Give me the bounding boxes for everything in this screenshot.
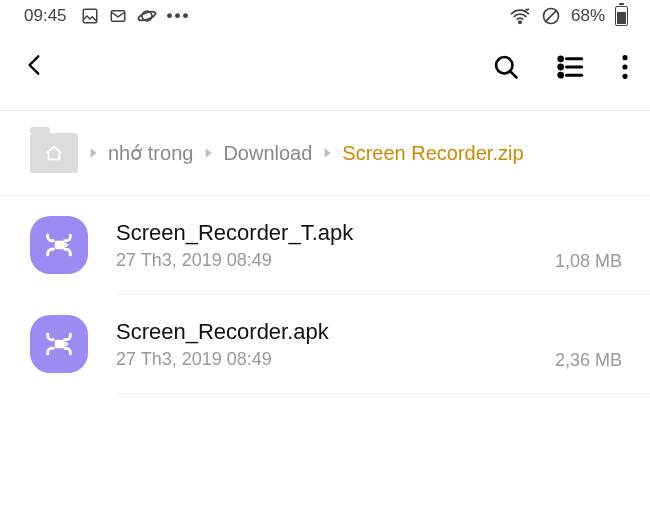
image-icon <box>81 7 99 25</box>
battery-percent: 68% <box>571 6 605 26</box>
svg-marker-19 <box>206 148 212 157</box>
app-bar <box>0 30 650 110</box>
breadcrumb: nhớ trong Download Screen Recorder.zip <box>0 111 650 196</box>
svg-point-3 <box>137 10 157 23</box>
chevron-right-icon <box>86 146 100 160</box>
svg-marker-24 <box>65 341 69 347</box>
file-list: Screen_Recorder_T.apk 27 Th3, 2019 08:49… <box>0 196 650 394</box>
apk-video-icon <box>30 315 88 373</box>
planet-icon <box>137 6 157 26</box>
svg-point-16 <box>622 64 627 69</box>
more-notifications-icon: ••• <box>167 6 191 26</box>
home-folder-icon[interactable] <box>30 133 78 173</box>
file-meta: 27 Th3, 2019 08:49 <box>116 349 543 370</box>
file-name: Screen_Recorder_T.apk <box>116 220 543 246</box>
file-row[interactable]: Screen_Recorder_T.apk 27 Th3, 2019 08:49… <box>0 196 650 294</box>
svg-rect-0 <box>83 9 97 23</box>
mail-icon <box>109 7 127 25</box>
breadcrumb-seg-current[interactable]: Screen Recorder.zip <box>342 142 523 165</box>
svg-point-4 <box>519 21 521 23</box>
file-meta: 27 Th3, 2019 08:49 <box>116 250 543 271</box>
svg-rect-23 <box>55 340 65 349</box>
svg-point-12 <box>559 57 563 61</box>
chevron-right-icon <box>320 146 334 160</box>
svg-rect-21 <box>55 241 65 250</box>
chevron-right-icon <box>201 146 215 160</box>
battery-icon <box>615 6 628 26</box>
breadcrumb-seg-1[interactable]: nhớ trong <box>108 141 193 165</box>
svg-point-14 <box>559 73 563 77</box>
wifi-icon <box>509 7 531 25</box>
file-row[interactable]: Screen_Recorder.apk 27 Th3, 2019 08:49 2… <box>0 295 650 393</box>
file-size: 1,08 MB <box>555 251 622 274</box>
file-size: 2,36 MB <box>555 350 622 373</box>
svg-line-6 <box>545 10 557 22</box>
file-name: Screen_Recorder.apk <box>116 319 543 345</box>
view-list-button[interactable] <box>556 53 584 81</box>
status-bar: 09:45 ••• 68% <box>0 0 650 30</box>
back-button[interactable] <box>22 52 48 82</box>
svg-point-15 <box>622 55 627 60</box>
divider <box>116 393 650 394</box>
svg-marker-18 <box>91 148 97 157</box>
svg-line-8 <box>510 71 516 77</box>
svg-point-17 <box>622 74 627 79</box>
svg-marker-22 <box>65 242 69 248</box>
breadcrumb-seg-2[interactable]: Download <box>223 142 312 165</box>
no-sync-icon <box>541 6 561 26</box>
more-menu-button[interactable] <box>620 53 630 81</box>
apk-video-icon <box>30 216 88 274</box>
svg-point-13 <box>559 65 563 69</box>
search-button[interactable] <box>492 53 520 81</box>
status-time: 09:45 <box>24 6 67 26</box>
svg-marker-20 <box>325 148 331 157</box>
